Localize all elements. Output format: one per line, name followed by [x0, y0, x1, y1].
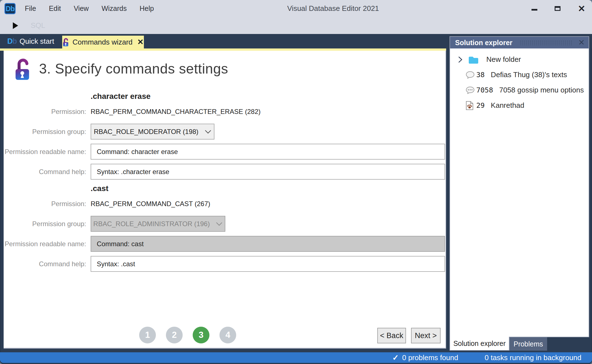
chevron-right-icon[interactable] — [457, 56, 463, 63]
command-help-input[interactable] — [91, 256, 445, 272]
tree-item-label: 7058 gossip menu options — [499, 86, 584, 94]
wizard-page: 3. Specify commands settings .character … — [4, 51, 446, 349]
run-play-icon[interactable] — [13, 22, 18, 29]
command-help-input[interactable] — [91, 164, 445, 180]
permission-group-dropdown-disabled: RBAC_ROLE_ADMINISTRATOR (196) — [91, 216, 225, 232]
tab-quick-start-label: Quick start — [20, 37, 54, 46]
tree-item-creature[interactable]: 29 Kanrethad — [450, 98, 589, 113]
active-tab-underline — [0, 48, 446, 51]
solution-explorer-panel: Solution explorer ✕ New folder — [450, 36, 589, 351]
tab-commands-wizard-label: Commands wizard — [73, 38, 132, 47]
db-logo-icon: Db — [7, 37, 17, 46]
status-bar: ✓ 0 problems found 0 tasks running in ba… — [0, 352, 592, 363]
readable-name-row: Permission readable name: — [4, 236, 446, 252]
tree-item-gossip[interactable]: 7058 7058 gossip menu options — [450, 82, 589, 98]
page-title: 3. Specify commands settings — [39, 61, 228, 77]
tasks-status: 0 tasks running in background — [485, 353, 581, 362]
permission-group-row: Permission group: RBAC_ROLE_MODERATOR (1… — [4, 123, 446, 140]
tree-item-label: Kanrethad — [491, 101, 524, 110]
menu-bar: File Edit View Wizards Help — [18, 0, 160, 17]
window-title: Visual Database Editor 2021 — [287, 0, 379, 17]
step-3-active: 3 — [193, 327, 209, 343]
chevron-down-icon — [216, 222, 223, 226]
section-title: .cast — [91, 184, 446, 193]
section-title: .character erase — [91, 92, 446, 101]
window-controls: ✕ — [531, 0, 585, 17]
tree-item-count: 38 — [476, 71, 485, 79]
readable-name-label: Permission readable name: — [4, 240, 91, 248]
folder-icon — [468, 55, 479, 64]
permission-group-row: Permission group: RBAC_ROLE_ADMINISTRATO… — [4, 216, 446, 232]
toolbar: SQL — [0, 17, 592, 34]
permission-label: Permission: — [4, 200, 91, 208]
readable-name-label: Permission readable name: — [4, 148, 91, 156]
lock-icon — [62, 38, 69, 47]
tab-commands-wizard[interactable]: Commands wizard ✕ — [62, 36, 144, 48]
paw-document-icon — [465, 101, 476, 111]
tab-quick-start[interactable]: Db Quick start — [0, 34, 54, 48]
tree-item-texts[interactable]: 38 Defias Thug (38)'s texts — [450, 67, 589, 82]
header: Db File Edit View Wizards Help Visual Da… — [0, 0, 592, 34]
problems-status-text: 0 problems found — [402, 353, 458, 362]
tree-item-count: 29 — [476, 101, 485, 109]
permission-row: Permission: RBAC_PERM_COMMAND_CAST (267) — [4, 196, 446, 212]
readable-name-input[interactable] — [91, 144, 445, 160]
permission-group-label: Permission group: — [4, 128, 91, 136]
tab-close-icon[interactable]: ✕ — [137, 38, 144, 46]
tree-item-label: New folder — [486, 55, 521, 64]
app-logo-icon: Db — [4, 3, 16, 14]
minimize-icon[interactable] — [531, 9, 537, 11]
step-2: 2 — [166, 327, 183, 343]
tab-solution-explorer[interactable]: Solution explorer — [450, 337, 509, 351]
step-1: 1 — [139, 327, 156, 343]
maximize-icon[interactable] — [555, 6, 560, 11]
permission-group-value: RBAC_ROLE_MODERATOR (198) — [94, 128, 198, 136]
wizard-heading-row: 3. Specify commands settings — [4, 51, 446, 88]
step-4: 4 — [219, 327, 236, 343]
permission-value: RBAC_PERM_COMMAND_CHARACTER_ERASE (282) — [91, 108, 260, 116]
menu-item-help[interactable]: Help — [133, 4, 160, 13]
command-help-label: Command help: — [4, 260, 91, 268]
menu-item-edit[interactable]: Edit — [42, 4, 67, 13]
permission-label: Permission: — [4, 108, 91, 116]
app-logo-text: Db — [6, 5, 14, 13]
back-button[interactable]: < Back — [377, 328, 406, 343]
permission-group-label: Permission group: — [4, 220, 91, 228]
permission-row: Permission: RBAC_PERM_COMMAND_CHARACTER_… — [4, 103, 446, 120]
tree-item-count: 7058 — [476, 86, 493, 94]
permission-group-value: RBAC_ROLE_ADMINISTRATOR (196) — [93, 220, 210, 228]
chevron-down-icon — [205, 130, 211, 134]
solution-tree: New folder 38 Defias Thug (38)'s texts 7… — [450, 48, 589, 337]
speech-bubble-icon — [465, 70, 476, 79]
command-help-label: Command help: — [4, 168, 91, 176]
tab-problems[interactable]: Problems — [509, 337, 547, 351]
readable-name-input-disabled — [91, 236, 445, 252]
wizard-step-indicator: 1 2 3 4 — [139, 327, 236, 343]
permission-value: RBAC_PERM_COMMAND_CAST (267) — [91, 200, 210, 208]
solution-explorer-header: Solution explorer ✕ — [450, 37, 589, 48]
tree-item-new-folder[interactable]: New folder — [450, 52, 589, 67]
problems-status: ✓ 0 problems found — [392, 353, 458, 362]
command-help-row: Command help: — [4, 163, 446, 180]
app-window: Db File Edit View Wizards Help Visual Da… — [0, 0, 592, 364]
command-help-row: Command help: — [4, 256, 446, 272]
titlebar: Db File Edit View Wizards Help Visual Da… — [0, 0, 592, 17]
speech-bubble-dots-icon — [465, 86, 476, 95]
close-icon[interactable]: ✕ — [578, 4, 585, 13]
readable-name-row: Permission readable name: — [4, 143, 446, 160]
lock-icon — [14, 57, 31, 80]
panel-close-icon[interactable]: ✕ — [578, 39, 585, 47]
drag-grip-icon[interactable] — [520, 40, 573, 45]
permission-group-dropdown[interactable]: RBAC_ROLE_MODERATOR (198) — [91, 124, 214, 140]
tree-item-label: Defias Thug (38)'s texts — [491, 70, 567, 79]
panel-title: Solution explorer — [455, 39, 513, 47]
next-button[interactable]: Next > — [411, 328, 441, 343]
panel-bottom-tabs: Solution explorer Problems — [450, 337, 589, 351]
menu-item-file[interactable]: File — [18, 4, 42, 13]
menu-item-wizards[interactable]: Wizards — [95, 4, 133, 13]
menu-item-view[interactable]: View — [67, 4, 95, 13]
sql-toolbar-label: SQL — [31, 21, 45, 30]
check-icon: ✓ — [392, 353, 399, 362]
tasks-status-text: 0 tasks running in background — [485, 353, 581, 362]
